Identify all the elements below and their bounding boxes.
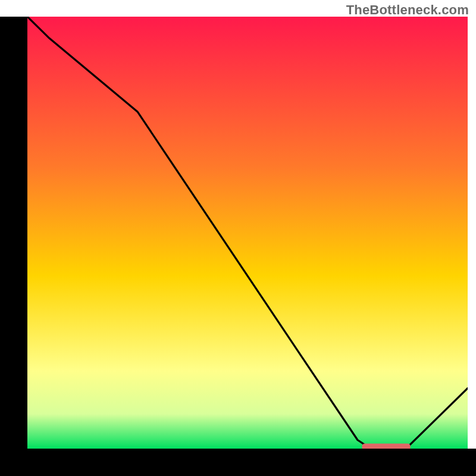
optimal-range-marker [362,443,410,449]
chart-svg [27,17,468,449]
y-axis-bar [0,17,27,449]
gradient-background [27,17,468,449]
x-axis-bar [0,449,476,476]
plot-area [27,17,468,449]
watermark-text: TheBottleneck.com [346,2,469,18]
